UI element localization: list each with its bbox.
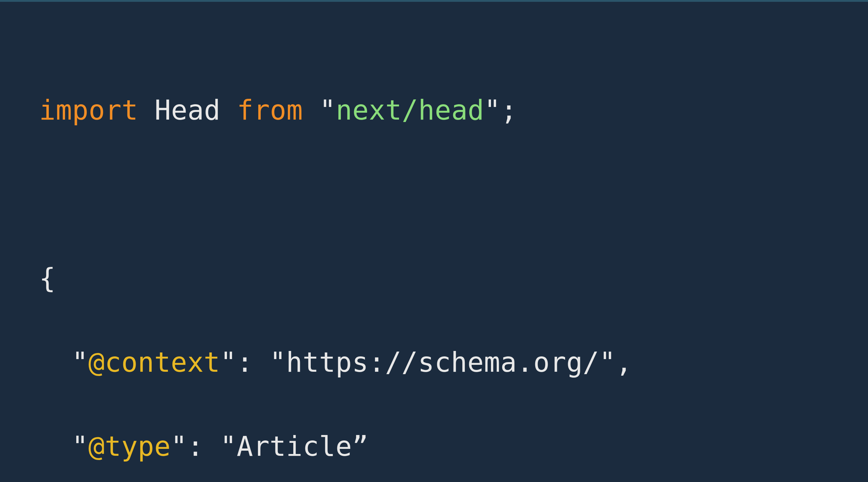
quote-close: " — [484, 94, 501, 126]
key-quote-close: " — [220, 347, 237, 378]
quote-open: " — [319, 94, 336, 126]
string-module: next/head — [336, 94, 484, 126]
json-value-context: "https://schema.org/" — [270, 347, 616, 378]
comma: , — [616, 347, 632, 378]
keyword-import: import — [39, 94, 138, 126]
json-value-type: "Article” — [220, 430, 369, 462]
code-line-3: "@context": "https://schema.org/", — [39, 341, 868, 384]
semicolon: ; — [501, 94, 517, 126]
key-quote-open: " — [72, 430, 88, 462]
colon: : — [187, 430, 220, 462]
brace-open: { — [39, 262, 56, 294]
code-block: import Head from "next/head"; { "@contex… — [0, 0, 868, 482]
code-line-2: { — [39, 257, 868, 299]
key-quote-close: " — [170, 430, 187, 462]
code-line-4: "@type": "Article” — [39, 425, 868, 468]
colon: : — [237, 347, 270, 378]
key-quote-open: " — [72, 347, 88, 378]
json-key-type: @type — [88, 430, 170, 462]
keyword-from: from — [237, 94, 319, 126]
code-editor-snippet: import Head from "next/head"; { "@contex… — [0, 0, 868, 482]
blank-line-1 — [39, 173, 868, 215]
identifier-head: Head — [138, 94, 237, 126]
code-line-1: import Head from "next/head"; — [39, 89, 868, 131]
json-key-context: @context — [88, 347, 220, 378]
